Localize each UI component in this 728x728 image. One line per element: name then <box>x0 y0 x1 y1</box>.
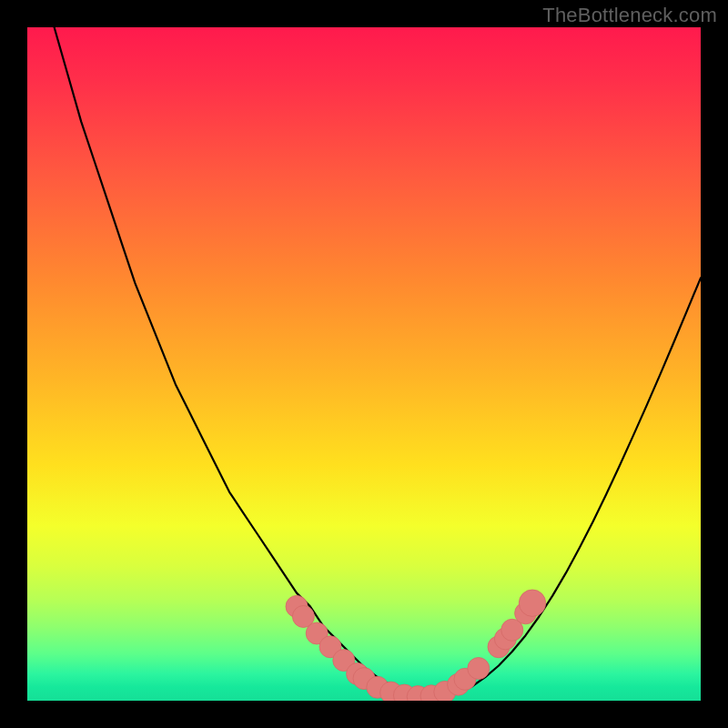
attribution-text: TheBottleneck.com <box>542 4 717 27</box>
curve-marker <box>468 658 490 680</box>
bottleneck-curve <box>55 27 701 697</box>
curve-marker <box>519 590 545 616</box>
plot-area <box>27 27 701 701</box>
curve-markers <box>286 590 546 701</box>
chart-frame: TheBottleneck.com <box>0 0 728 728</box>
curve-layer <box>27 27 701 701</box>
